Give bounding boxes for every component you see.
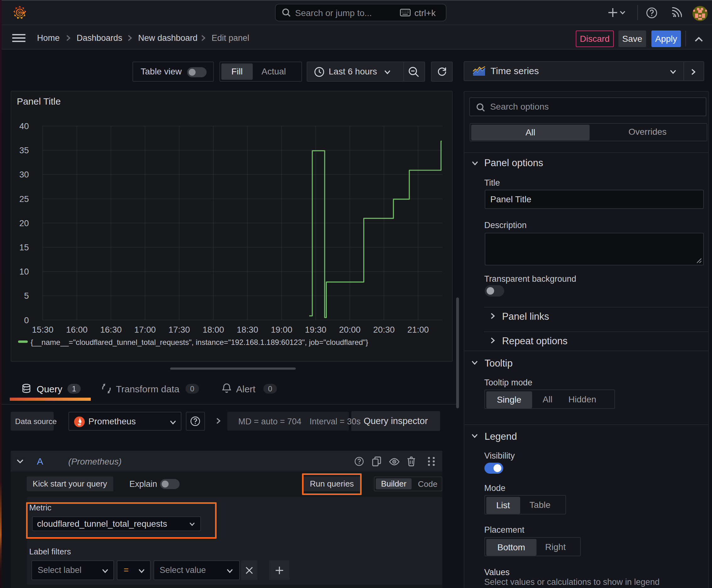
svg-text:{__name__="cloudflared_tunnel_: {__name__="cloudflared_tunnel_total_requ… — [30, 338, 368, 346]
svg-text:25: 25 — [19, 194, 28, 204]
svg-text:10: 10 — [19, 267, 28, 276]
svg-text:15:30: 15:30 — [32, 325, 53, 335]
svg-text:19:30: 19:30 — [305, 325, 326, 335]
svg-text:20:00: 20:00 — [339, 325, 361, 335]
svg-text:19:00: 19:00 — [271, 325, 292, 335]
svg-text:40: 40 — [19, 121, 28, 131]
svg-text:17:30: 17:30 — [168, 325, 190, 335]
svg-text:0: 0 — [24, 315, 28, 325]
svg-text:18:00: 18:00 — [202, 325, 224, 335]
svg-text:17:00: 17:00 — [134, 325, 156, 335]
svg-text:35: 35 — [19, 145, 28, 155]
svg-text:16:30: 16:30 — [100, 325, 122, 335]
svg-text:15: 15 — [19, 243, 28, 252]
svg-text:18:30: 18:30 — [237, 325, 258, 335]
svg-text:20:30: 20:30 — [373, 325, 395, 335]
svg-text:16:00: 16:00 — [66, 325, 88, 335]
svg-text:30: 30 — [19, 170, 28, 180]
svg-text:5: 5 — [24, 291, 28, 300]
svg-text:20: 20 — [19, 218, 28, 228]
svg-text:21:00: 21:00 — [407, 325, 429, 335]
